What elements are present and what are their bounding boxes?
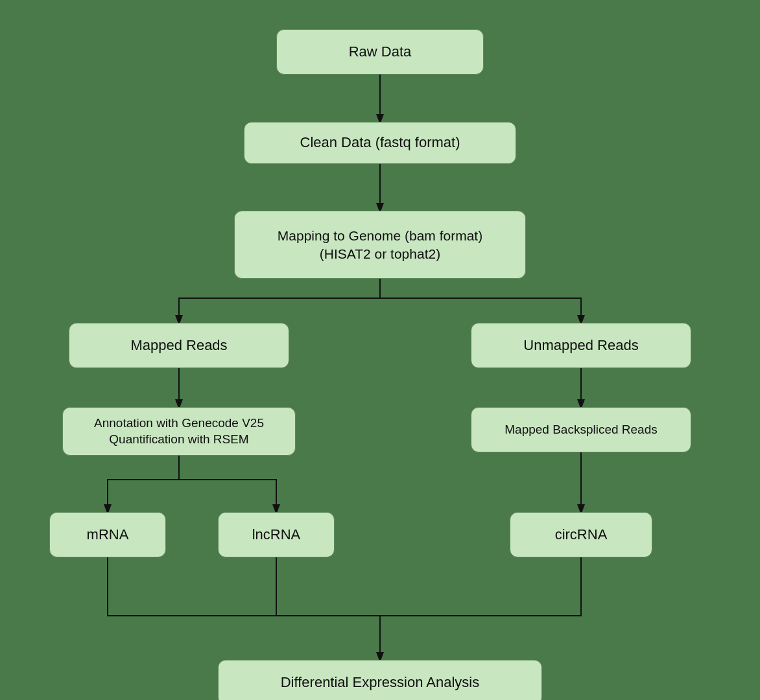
unmapped-reads-node: Unmapped Reads — [471, 323, 691, 368]
annotation-node: Annotation with Genecode V25 Quantificat… — [62, 407, 296, 456]
backspliced-node: Mapped Backspliced Reads — [471, 407, 691, 452]
mapping-node: Mapping to Genome (bam format) (HISAT2 o… — [234, 211, 526, 279]
mapped-reads-node: Mapped Reads — [69, 323, 289, 368]
mrna-node: mRNA — [49, 512, 166, 557]
flowchart: Raw Data Clean Data (fastq format) Mappi… — [23, 19, 737, 681]
circrna-node: circRNA — [510, 512, 652, 557]
diff-expr-node: Differential Expression Analysis — [218, 660, 542, 700]
lncrna-node: lncRNA — [218, 512, 335, 557]
clean-data-node: Clean Data (fastq format) — [244, 122, 516, 164]
raw-data-node: Raw Data — [276, 29, 484, 75]
